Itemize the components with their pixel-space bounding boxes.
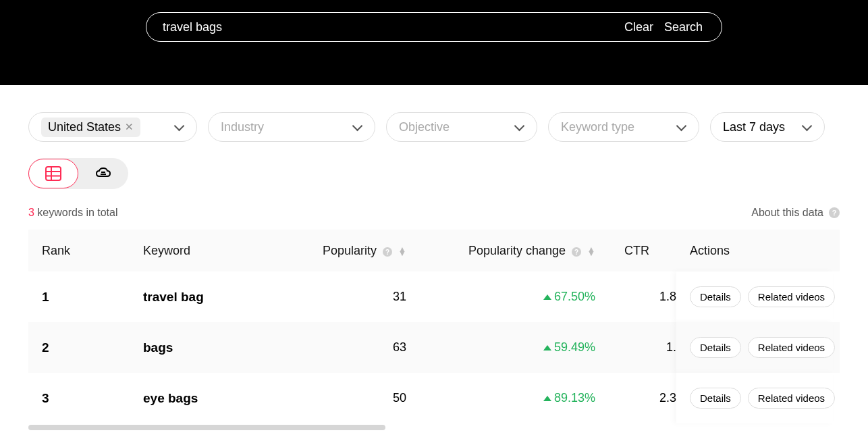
table-row: 2 bags 63 59.49% 1. Details Related vide… (28, 322, 840, 373)
objective-label: Objective (399, 120, 508, 134)
keyword-type-label: Keyword type (561, 120, 670, 134)
scrollbar-thumb[interactable] (28, 425, 385, 430)
table-header: Rank Keyword Popularity ? ▲▼ Popularity … (28, 230, 840, 271)
cell-actions: Details Related videos (676, 271, 833, 322)
col-actions: Actions (676, 244, 833, 258)
svg-rect-0 (46, 167, 61, 180)
table-view-button[interactable] (28, 159, 78, 188)
cell-popularity: 50 (265, 391, 433, 405)
results-count-text: keywords in total (34, 207, 118, 218)
help-icon: ? (829, 207, 840, 218)
cell-actions: Details Related videos (676, 322, 833, 373)
industry-label: Industry (221, 120, 346, 134)
table-row: 3 eye bags 50 89.13% 2.3 Details Related… (28, 373, 840, 423)
search-input[interactable] (163, 20, 619, 34)
data-table: Rank Keyword Popularity ? ▲▼ Popularity … (28, 230, 840, 430)
date-label: Last 7 days (723, 120, 796, 134)
cloud-view-button[interactable] (78, 159, 128, 188)
cell-rank: 2 (28, 340, 130, 355)
cell-ctr: 2.3 (622, 391, 676, 405)
region-chip[interactable]: United States ✕ (41, 118, 140, 137)
cell-keyword: travel bag (130, 290, 265, 305)
search-button[interactable]: Search (659, 20, 716, 34)
up-arrow-icon (543, 294, 551, 300)
table-row: 1 travel bag 31 67.50% 1.8 Details Relat… (28, 271, 840, 322)
table-icon (45, 166, 61, 181)
cell-popularity-change: 89.13% (433, 391, 622, 405)
related-videos-button[interactable]: Related videos (748, 337, 835, 358)
cell-rank: 3 (28, 391, 130, 406)
top-bar: Clear Search (0, 0, 868, 85)
related-videos-button[interactable]: Related videos (748, 286, 835, 307)
horizontal-scrollbar[interactable] (28, 425, 840, 430)
help-icon: ? (572, 247, 581, 257)
cell-ctr: 1. (622, 340, 676, 355)
cell-popularity-change: 59.49% (433, 340, 622, 355)
help-icon: ? (383, 247, 392, 257)
col-popularity-change[interactable]: Popularity change ? ▲▼ (433, 244, 622, 258)
chevron-down-icon (175, 122, 184, 132)
cell-popularity: 63 (265, 340, 433, 355)
chevron-down-icon (515, 122, 524, 132)
chevron-down-icon (677, 122, 686, 132)
about-data-link[interactable]: About this data ? (751, 207, 840, 219)
meta-row: 3 keywords in total About this data ? (0, 189, 868, 230)
cell-popularity: 31 (265, 290, 433, 304)
col-ctr[interactable]: CTR (622, 244, 676, 258)
cell-keyword: bags (130, 340, 265, 355)
related-videos-button[interactable]: Related videos (748, 388, 835, 409)
keyword-type-dropdown[interactable]: Keyword type (548, 112, 699, 142)
chevron-down-icon (803, 122, 812, 132)
details-button[interactable]: Details (690, 388, 741, 409)
clear-button[interactable]: Clear (619, 20, 659, 34)
details-button[interactable]: Details (690, 337, 741, 358)
search-wrap: Clear Search (146, 12, 722, 42)
wordcloud-icon (95, 166, 111, 181)
date-dropdown[interactable]: Last 7 days (710, 112, 825, 142)
cell-popularity-change: 67.50% (433, 290, 622, 304)
up-arrow-icon (543, 345, 551, 351)
cell-rank: 1 (28, 290, 130, 305)
col-keyword: Keyword (130, 244, 265, 258)
view-toggle (28, 158, 128, 189)
filters-row: United States ✕ Industry Objective Keywo… (0, 85, 868, 142)
cell-ctr: 1.8 (622, 290, 676, 304)
region-chip-label: United States (48, 120, 121, 134)
sort-icon[interactable]: ▲▼ (398, 247, 406, 255)
sort-icon[interactable]: ▲▼ (587, 247, 595, 255)
results-count: 3 keywords in total (28, 207, 118, 219)
cell-keyword: eye bags (130, 391, 265, 406)
col-popularity[interactable]: Popularity ? ▲▼ (265, 244, 433, 258)
close-icon[interactable]: ✕ (125, 121, 134, 133)
objective-dropdown[interactable]: Objective (386, 112, 537, 142)
about-data-label: About this data (751, 207, 823, 219)
up-arrow-icon (543, 396, 551, 401)
search-box[interactable]: Clear Search (146, 12, 722, 42)
details-button[interactable]: Details (690, 286, 741, 307)
cell-actions: Details Related videos (676, 373, 833, 423)
view-toggle-row (0, 142, 868, 189)
results-count-number: 3 (28, 207, 34, 218)
col-rank: Rank (28, 244, 130, 258)
chevron-down-icon (353, 122, 362, 132)
industry-dropdown[interactable]: Industry (208, 112, 375, 142)
region-dropdown[interactable]: United States ✕ (28, 112, 197, 142)
